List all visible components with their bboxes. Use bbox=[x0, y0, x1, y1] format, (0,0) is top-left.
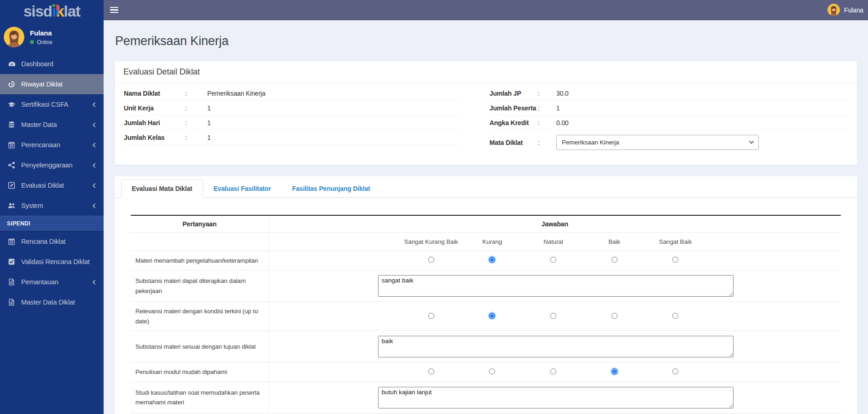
sidebar-item-dashboard[interactable]: Dashboard bbox=[0, 54, 104, 74]
mata-diklat-select[interactable]: Pemeriksaan Kinerja bbox=[556, 135, 759, 150]
tab-fasilitas-penunjang-diklat[interactable]: Fasilitas Penunjang Diklat bbox=[281, 179, 381, 198]
question-text: Materi menambah pengetahuan/keterampilan bbox=[131, 251, 268, 270]
graduation-cap-icon bbox=[7, 101, 16, 108]
answer-textarea[interactable]: butuh kajian lanjut bbox=[378, 387, 734, 408]
sidebar-item-sertifikasi-csfa[interactable]: Sertifikasi CSFA bbox=[0, 94, 104, 115]
main-area: Fulana Pemeriksaan Kinerja Evaluasi Deta… bbox=[104, 0, 868, 414]
history-icon bbox=[7, 80, 16, 88]
radio-sangat-baik[interactable] bbox=[672, 368, 678, 374]
page-title: Pemeriksaan Kinerja bbox=[115, 34, 857, 48]
file-icon bbox=[7, 278, 16, 286]
detail-label: Jumlah Peserta bbox=[489, 104, 538, 112]
share-nodes-icon bbox=[7, 161, 16, 169]
radio-baik[interactable] bbox=[612, 368, 618, 374]
radio-sangat-kurang-baik[interactable] bbox=[428, 368, 434, 374]
sidebar-item-label: Validasi Rencana Diklat bbox=[21, 258, 90, 265]
radio-sangat-kurang-baik[interactable] bbox=[428, 313, 434, 319]
topbar-user-menu[interactable]: Fulana bbox=[827, 4, 864, 16]
detail-value: 1 bbox=[207, 104, 460, 112]
sidebar: sisdıklat Fulana Online DashboardRiwayat… bbox=[0, 0, 104, 414]
topbar-user-name: Fulana bbox=[844, 6, 863, 14]
evaluation-row: Materi menambah pengetahuan/keterampilan bbox=[131, 251, 841, 270]
question-text: Penulisan modul mudah dipahami bbox=[131, 362, 268, 382]
sidebar-item-label: Penyelenggaraan bbox=[21, 161, 72, 169]
sidebar-item-system[interactable]: System bbox=[0, 196, 104, 216]
evaluation-row: Penulisan modul mudah dipahami bbox=[131, 362, 841, 382]
detail-row: Unit Kerja:1 bbox=[124, 101, 460, 115]
radio-kurang[interactable] bbox=[489, 313, 495, 319]
sidebar-item-label: Evaluasi Diklat bbox=[21, 182, 64, 189]
sidebar-item-evaluasi-diklat[interactable]: Evaluasi Diklat bbox=[0, 175, 104, 196]
detail-row: Angka Kredit:0.00 bbox=[489, 115, 848, 130]
pen-square-icon bbox=[7, 182, 16, 189]
tab-evaluasi-mata-diklat[interactable]: Evaluasi Mata Diklat bbox=[121, 179, 203, 198]
header-pertanyaan: Pertanyaan bbox=[131, 215, 268, 233]
detail-row: Jumlah JP:30.0 bbox=[489, 86, 848, 101]
detail-value: 30.0 bbox=[556, 90, 848, 97]
sidebar-item-pemantauan[interactable]: Pemantauan bbox=[0, 272, 104, 292]
user-name: Fulana bbox=[30, 29, 52, 37]
sidebar-item-label: System bbox=[21, 202, 43, 209]
detail-label: Angka Kredit bbox=[489, 119, 538, 126]
sidebar-item-label: Master Data Diklat bbox=[21, 299, 75, 306]
evaluation-table: Pertanyaan Jawaban Sangat Kurang BaikKur… bbox=[131, 215, 841, 414]
sidebar-section-sipendi: SIPENDI bbox=[0, 216, 104, 231]
radio-sangat-baik[interactable] bbox=[672, 313, 678, 319]
question-text: Studi kasus/latihan soal memudahkan pese… bbox=[131, 382, 268, 413]
radio-natural[interactable] bbox=[550, 313, 556, 319]
sidebar-item-rencana-diklat[interactable]: Rencana Diklat bbox=[0, 231, 104, 252]
topbar-avatar bbox=[827, 4, 840, 16]
sidebar-item-validasi-rencana-diklat[interactable]: Validasi Rencana Diklat bbox=[0, 252, 104, 272]
angle-left-icon bbox=[92, 102, 97, 107]
angle-left-icon bbox=[92, 143, 97, 148]
evaluation-rows: Materi menambah pengetahuan/keterampilan… bbox=[131, 251, 841, 413]
database-icon bbox=[7, 121, 16, 128]
mata-diklat-row: Mata Diklat : Pemeriksaan Kinerja bbox=[489, 130, 848, 154]
radio-sangat-kurang-baik[interactable] bbox=[428, 257, 434, 263]
evaluation-row: Substansi materi sesuai dengan tujuan di… bbox=[131, 331, 841, 362]
sidebar-item-perencanaan[interactable]: Perencanaan bbox=[0, 135, 104, 155]
radio-kurang[interactable] bbox=[489, 257, 495, 263]
radio-baik[interactable] bbox=[612, 257, 618, 263]
radio-baik[interactable] bbox=[612, 313, 618, 319]
mata-diklat-label: Mata Diklat bbox=[489, 139, 538, 146]
evaluation-panel: Evaluasi Mata DiklatEvaluasi Fasilitator… bbox=[114, 176, 857, 414]
rating-label: Sangat Baik bbox=[645, 232, 706, 251]
radio-sangat-baik[interactable] bbox=[672, 257, 678, 263]
detail-row: Jumlah Peserta:1 bbox=[489, 101, 848, 115]
app-root: sisdıklat Fulana Online DashboardRiwayat… bbox=[0, 0, 868, 414]
detail-label: Jumlah JP bbox=[489, 90, 538, 97]
sidebar-item-label: Master Data bbox=[21, 121, 57, 128]
radio-kurang[interactable] bbox=[489, 368, 495, 374]
sidebar-user-panel: Fulana Online bbox=[0, 22, 104, 54]
tab-evaluasi-fasilitator[interactable]: Evaluasi Fasilitator bbox=[203, 179, 282, 198]
detail-left-column: Nama Diklat:Pemeriksaan KinerjaUnit Kerj… bbox=[124, 86, 486, 154]
brand-logo-text: sisdıklat bbox=[23, 4, 80, 19]
evaluation-row: Studi kasus/latihan soal memudahkan pese… bbox=[131, 382, 841, 413]
user-status: Online bbox=[30, 39, 52, 46]
rating-label: Baik bbox=[584, 232, 645, 251]
check-square-icon bbox=[7, 258, 16, 265]
menu-toggle-icon[interactable] bbox=[110, 2, 126, 18]
detail-label: Nama Diklat bbox=[124, 90, 185, 97]
brand-logo[interactable]: sisdıklat bbox=[0, 0, 104, 22]
gauge-icon bbox=[7, 60, 16, 68]
radio-natural[interactable] bbox=[550, 368, 556, 374]
sidebar-item-master-data[interactable]: Master Data bbox=[0, 115, 104, 135]
sidebar-item-riwayat-diklat[interactable]: Riwayat Diklat bbox=[0, 74, 104, 94]
sidebar-item-label: Riwayat Diklat bbox=[21, 80, 63, 88]
detail-row: Jumlah Hari:1 bbox=[124, 115, 460, 130]
detail-right-column: Jumlah JP:30.0Jumlah Peserta:1Angka Kred… bbox=[486, 86, 848, 154]
calendar-icon bbox=[7, 238, 16, 245]
user-status-label: Online bbox=[37, 39, 52, 46]
answer-textarea[interactable]: baik bbox=[378, 336, 734, 357]
detail-card-title: Evaluasi Detail Diklat bbox=[115, 61, 857, 83]
angle-left-icon bbox=[92, 122, 97, 127]
radio-natural[interactable] bbox=[550, 257, 556, 263]
sidebar-item-master-data-diklat[interactable]: Master Data Diklat bbox=[0, 292, 104, 312]
answer-textarea[interactable]: sangat baik bbox=[378, 275, 734, 297]
sidebar-item-penyelenggaraan[interactable]: Penyelenggaraan bbox=[0, 155, 104, 175]
logo-seg-1: sisd bbox=[23, 3, 52, 20]
logo-seg-2: lat bbox=[64, 3, 81, 20]
users-icon bbox=[7, 202, 16, 209]
